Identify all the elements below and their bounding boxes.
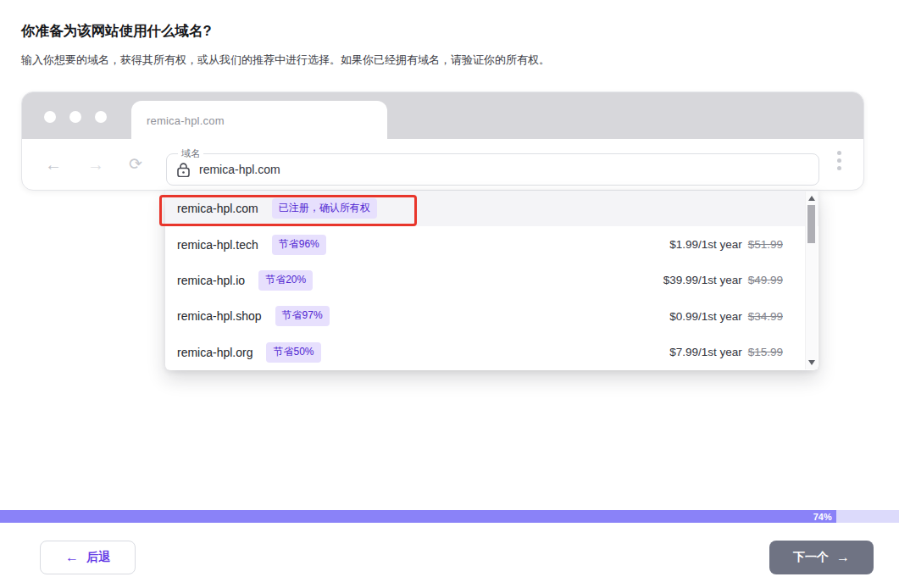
browser-tab: remica-hpl.com [131, 101, 387, 140]
browser-header: remica-hpl.com [22, 92, 863, 139]
scroll-down-icon[interactable] [808, 360, 815, 365]
progress-percent: 74% [813, 512, 832, 522]
lock-icon [177, 163, 190, 177]
next-button-arrow-icon: → [836, 551, 850, 564]
discount-badge: 节省97% [275, 306, 330, 326]
domain-price: $7.99/1st year [669, 346, 742, 358]
domain-input-label: 域名 [178, 147, 203, 160]
domain-old-price: $51.99 [748, 238, 783, 251]
browser-mockup: remica-hpl.com ← → ⟳ 域名 remica-hpl.com [21, 92, 864, 191]
page-subtitle: 输入你想要的域名，获得其所有权，或从我们的推荐中进行选择。如果你已经拥有域名，请… [21, 53, 550, 68]
back-button-arrow-icon: ← [65, 551, 79, 564]
domain-price: $0.99/1st year [669, 310, 742, 323]
window-dot-icon [95, 111, 107, 123]
domain-option-shop[interactable]: remica-hpl.shop 节省97% $0.99/1st year $34… [165, 298, 819, 334]
scrollbar-thumb[interactable] [807, 205, 815, 243]
back-button-label: 后退 [86, 550, 110, 565]
domain-input-value: remica-hpl.com [199, 163, 280, 176]
progress-bar: 74% [0, 510, 899, 523]
domain-option-registered[interactable]: remica-hpl.com 已注册，确认所有权 [165, 191, 819, 226]
domain-old-price: $15.99 [748, 346, 783, 358]
progress-fill: 74% [0, 510, 836, 523]
browser-menu-icon [837, 151, 841, 170]
domain-price: $1.99/1st year [669, 238, 742, 251]
next-button-label: 下一个 [793, 550, 829, 565]
domain-option-io[interactable]: remica-hpl.io 节省20% $39.99/1st year $49.… [165, 263, 819, 298]
page-title: 你准备为该网站使用什么域名? [21, 22, 212, 41]
tab-title: remica-hpl.com [147, 114, 225, 127]
domain-option-org[interactable]: remica-hpl.org 节省50% $7.99/1st year $15.… [165, 335, 819, 370]
domain-price: $39.99/1st year [663, 274, 742, 286]
forward-arrow-icon: → [87, 153, 104, 175]
domain-name: remica-hpl.org [177, 346, 252, 359]
browser-nav-row: ← → ⟳ 域名 remica-hpl.com [22, 139, 863, 191]
domain-old-price: $34.99 [748, 310, 783, 323]
window-dot-icon [69, 111, 81, 123]
domain-name: remica-hpl.io [177, 274, 245, 287]
reload-icon: ⟳ [129, 153, 142, 175]
window-dot-icon [44, 111, 56, 123]
domain-input[interactable]: 域名 remica-hpl.com [166, 153, 819, 186]
window-control-dots [44, 111, 107, 123]
discount-badge: 节省20% [258, 270, 313, 291]
registered-badge: 已注册，确认所有权 [272, 198, 377, 219]
dropdown-scrollbar[interactable] [805, 191, 818, 369]
domain-name: remica-hpl.com [177, 202, 258, 215]
back-button[interactable]: ← 后退 [40, 541, 136, 574]
scroll-up-icon[interactable] [808, 196, 815, 201]
domain-old-price: $49.99 [748, 274, 783, 286]
next-button[interactable]: 下一个 → [769, 541, 874, 574]
back-arrow-icon: ← [45, 153, 62, 175]
domain-option-tech[interactable]: remica-hpl.tech 节省96% $1.99/1st year $51… [165, 226, 819, 262]
domain-name: remica-hpl.tech [177, 238, 258, 252]
discount-badge: 节省96% [272, 235, 326, 255]
domain-suggestions-dropdown: remica-hpl.com 已注册，确认所有权 remica-hpl.tech… [165, 191, 819, 370]
domain-name: remica-hpl.shop [177, 309, 262, 323]
discount-badge: 节省50% [266, 342, 320, 363]
